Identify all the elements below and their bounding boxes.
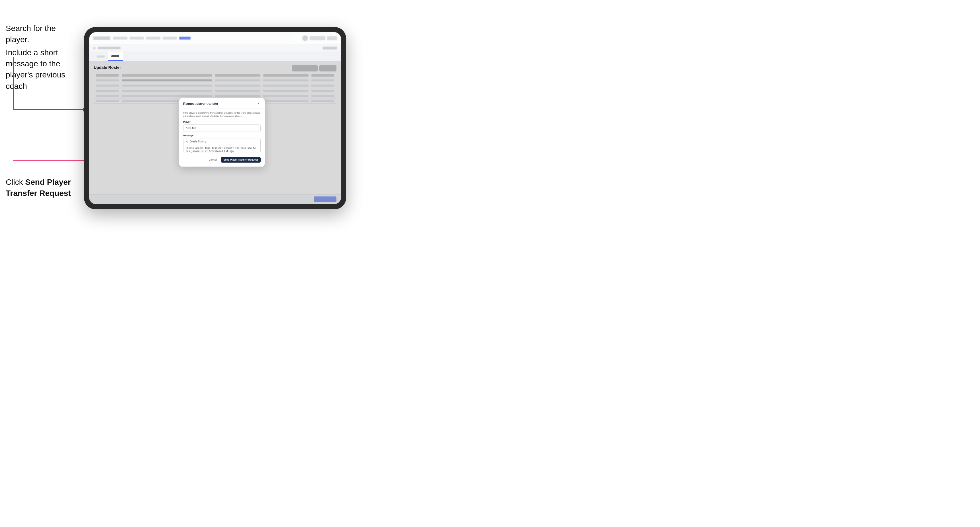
message-textarea[interactable]: Hi Coach McHarg, Please accept this tran…: [183, 138, 261, 153]
app-subheader: [89, 44, 341, 52]
send-transfer-request-button[interactable]: Send Player Transfer Request: [221, 157, 261, 163]
nav-item-blog[interactable]: [179, 37, 191, 40]
annotation-message: Include a short message to the player's …: [6, 47, 80, 92]
arrow-line-vertical-top: [13, 57, 14, 110]
header-action-btn[interactable]: [310, 36, 325, 40]
annotation-click: Click Send Player Transfer Request: [6, 176, 80, 199]
annotation-search: Search for the player.: [6, 23, 80, 45]
modal-overlay: Request player transfer × If the player …: [89, 60, 341, 204]
nav-item-tournaments[interactable]: [113, 37, 127, 40]
header-nav: [113, 37, 299, 40]
breadcrumb: [98, 47, 121, 49]
player-input[interactable]: [183, 125, 261, 132]
nav-item-matches[interactable]: [146, 37, 161, 40]
modal-body: If the player is transferring from anoth…: [179, 108, 265, 167]
tablet-screen: Update Roster: [89, 32, 341, 204]
header-secondary-btn[interactable]: [327, 36, 337, 40]
tab-bar: [89, 52, 341, 60]
modal-title: Request player transfer: [183, 102, 218, 105]
modal-description: If the player is transferring from anoth…: [183, 111, 261, 117]
modal-dialog: Request player transfer × If the player …: [179, 98, 265, 167]
content-area: Update Roster: [89, 60, 341, 204]
modal-close-button[interactable]: ×: [256, 102, 261, 106]
tab-roster[interactable]: [93, 52, 108, 60]
modal-footer: Cancel Send Player Transfer Request: [183, 157, 261, 163]
tablet-frame: Update Roster: [84, 27, 346, 209]
player-label: Player: [183, 121, 261, 124]
message-label: Message: [183, 134, 261, 137]
user-avatar: [302, 35, 308, 41]
tab-roster-active[interactable]: [108, 52, 123, 60]
app-logo: [93, 37, 110, 40]
nav-item-more[interactable]: [163, 37, 177, 40]
nav-item-teams[interactable]: [130, 37, 144, 40]
subheader-action[interactable]: [323, 47, 337, 49]
subheader-icon: [93, 47, 95, 49]
cancel-button[interactable]: Cancel: [207, 157, 219, 163]
header-right: [302, 35, 337, 41]
app-header: [89, 32, 341, 44]
modal-header: Request player transfer ×: [179, 98, 265, 108]
arrow-line-horizontal-top: [13, 110, 85, 110]
